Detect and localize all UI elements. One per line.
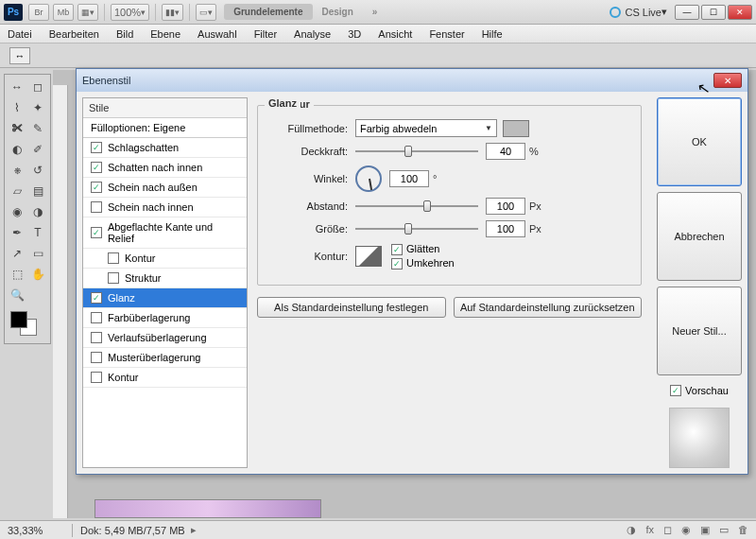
style-checkbox[interactable]: ✓ — [91, 162, 102, 173]
extras-button[interactable]: ▭▾ — [196, 4, 216, 21]
style-checkbox[interactable]: ✓ — [91, 292, 102, 304]
tool-crop[interactable]: ✀ — [8, 119, 26, 138]
minibridge-button[interactable]: Mb — [53, 4, 74, 21]
tool-stamp[interactable]: ⎈ — [8, 161, 26, 180]
style-checkbox[interactable] — [91, 372, 102, 383]
reset-default-button[interactable]: Auf Standardeinstellung zurücksetzen — [454, 297, 643, 318]
arrange-button[interactable]: ▮▮▾ — [162, 4, 183, 21]
menu-ansicht[interactable]: Ansicht — [378, 28, 412, 40]
distance-field[interactable]: 100 — [486, 198, 525, 215]
tool-dodge[interactable]: ◑ — [28, 202, 47, 221]
status-icon[interactable]: ▭ — [719, 524, 729, 536]
style-checkbox[interactable]: ✓ — [91, 227, 102, 238]
style-checkbox[interactable] — [91, 332, 102, 343]
status-doc-info[interactable]: Dok: 5,49 MB/7,57 MB — [80, 525, 185, 536]
status-icon[interactable]: ▣ — [700, 524, 710, 536]
menu-bild[interactable]: Bild — [116, 28, 133, 40]
antialias-checkbox[interactable]: ✓Glätten — [391, 243, 455, 255]
style-checkbox[interactable] — [91, 352, 102, 363]
blendmode-combo[interactable]: Farbig abwedeln▼ — [355, 119, 497, 137]
tool-heal[interactable]: ◐ — [8, 140, 26, 159]
tool-brush[interactable]: ✐ — [28, 140, 47, 159]
minimize-button[interactable]: — — [675, 5, 699, 20]
tool-type[interactable]: T — [28, 223, 47, 242]
style-item-schein-nach-au-en[interactable]: ✓Schein nach außen — [83, 178, 247, 198]
style-item-kontur[interactable]: Kontur — [83, 249, 247, 269]
status-icon[interactable]: ◻ — [663, 524, 672, 536]
tool-eraser[interactable]: ▱ — [8, 182, 26, 200]
style-item-schein-nach-innen[interactable]: Schein nach innen — [83, 198, 247, 217]
style-checkbox[interactable] — [108, 272, 119, 284]
menu-hilfe[interactable]: Hilfe — [482, 28, 503, 40]
tool-lasso[interactable]: ⌇ — [8, 98, 26, 117]
new-style-button[interactable]: Neuer Stil... — [657, 287, 742, 375]
tool-gradient[interactable]: ▤ — [28, 182, 47, 200]
style-item-schatten-nach-innen[interactable]: ✓Schatten nach innen — [83, 158, 247, 178]
ok-button[interactable]: OK — [657, 97, 742, 186]
menu-auswahl[interactable]: Auswahl — [198, 28, 237, 40]
tool-history[interactable]: ↺ — [28, 161, 47, 180]
size-field[interactable]: 100 — [486, 220, 525, 237]
angle-dial[interactable] — [355, 165, 382, 192]
style-item-muster-berlagerung[interactable]: Musterüberlagerung — [83, 348, 247, 368]
fg-bg-swatch[interactable] — [9, 309, 46, 338]
styles-header[interactable]: Stile — [83, 98, 247, 118]
status-icon[interactable]: ◑ — [627, 524, 636, 536]
status-icon[interactable]: fx — [645, 524, 654, 536]
style-item-abgeflachte-kante-und-relief[interactable]: ✓Abgeflachte Kante und Relief — [83, 217, 247, 249]
contour-picker[interactable] — [355, 246, 382, 267]
invert-checkbox[interactable]: ✓Umkehren — [391, 257, 455, 270]
tool-hand[interactable]: ✋ — [28, 265, 47, 284]
blending-options-item[interactable]: Fülloptionen: Eigene — [83, 118, 247, 138]
maximize-button[interactable]: ☐ — [701, 5, 726, 20]
size-slider[interactable] — [355, 222, 478, 235]
tool-wand[interactable]: ✦ — [28, 98, 47, 117]
angle-field[interactable]: 100 — [389, 170, 429, 187]
style-checkbox[interactable]: ✓ — [91, 142, 102, 153]
status-icon[interactable]: ◉ — [681, 524, 691, 536]
status-zoom[interactable]: 33,33% — [8, 525, 64, 536]
move-tool-icon[interactable]: ↔ — [9, 47, 30, 64]
workspace-more[interactable]: » — [363, 4, 387, 20]
menu-bearbeiten[interactable]: Bearbeiten — [49, 28, 99, 40]
menu-3d[interactable]: 3D — [348, 28, 361, 40]
tool-path[interactable]: ↗ — [8, 244, 26, 263]
bridge-button[interactable]: Br — [28, 4, 49, 21]
dialog-close-button[interactable]: ✕ — [713, 73, 742, 88]
style-checkbox[interactable] — [108, 252, 119, 264]
style-item-kontur[interactable]: Kontur — [83, 368, 247, 388]
tool-shape[interactable]: ▭ — [28, 244, 47, 263]
tool-eyedrop[interactable]: ✎ — [28, 119, 47, 138]
zoom-level[interactable]: 100% ▾ — [111, 4, 149, 21]
workspace-tab-grundelemente[interactable]: Grundelemente — [224, 4, 312, 20]
menu-datei[interactable]: Datei — [8, 28, 32, 40]
distance-slider[interactable] — [355, 200, 478, 213]
style-item-farb-berlagerung[interactable]: Farbüberlagerung — [83, 308, 247, 328]
tool-zoom[interactable]: 🔍 — [8, 286, 26, 304]
menu-filter[interactable]: Filter — [254, 28, 277, 40]
tool-3d[interactable]: ⬚ — [8, 265, 26, 284]
opacity-slider[interactable] — [355, 145, 478, 158]
style-checkbox[interactable]: ✓ — [91, 182, 102, 193]
cslive-menu[interactable]: CS Live ▾ — [610, 6, 667, 18]
tool-marquee[interactable]: ◻ — [28, 78, 47, 96]
color-swatch[interactable] — [503, 120, 529, 137]
style-item-verlaufs-berlagerung[interactable]: Verlaufsüberlagerung — [83, 328, 247, 348]
style-item-schlagschatten[interactable]: ✓Schlagschatten — [83, 138, 247, 158]
opacity-field[interactable]: 40 — [486, 143, 525, 160]
workspace-tab-design[interactable]: Design — [313, 4, 363, 20]
screenmode-button[interactable]: ▦▾ — [77, 4, 98, 21]
menu-analyse[interactable]: Analyse — [294, 28, 331, 40]
menu-ebene[interactable]: Ebene — [150, 28, 180, 40]
style-checkbox[interactable] — [91, 201, 102, 213]
preview-checkbox[interactable]: ✓Vorschau — [657, 385, 742, 396]
dialog-titlebar[interactable]: Ebenenstil ✕ — [77, 69, 747, 92]
chevron-right-icon[interactable]: ▸ — [191, 524, 197, 536]
cancel-button[interactable]: Abbrechen — [657, 192, 742, 281]
style-item-glanz[interactable]: ✓Glanz — [83, 288, 247, 308]
style-item-struktur[interactable]: Struktur — [83, 269, 247, 288]
close-button[interactable]: ✕ — [728, 5, 752, 20]
tool-blur[interactable]: ◉ — [8, 202, 26, 221]
menu-fenster[interactable]: Fenster — [429, 28, 464, 40]
tool-pen[interactable]: ✒ — [8, 223, 26, 242]
